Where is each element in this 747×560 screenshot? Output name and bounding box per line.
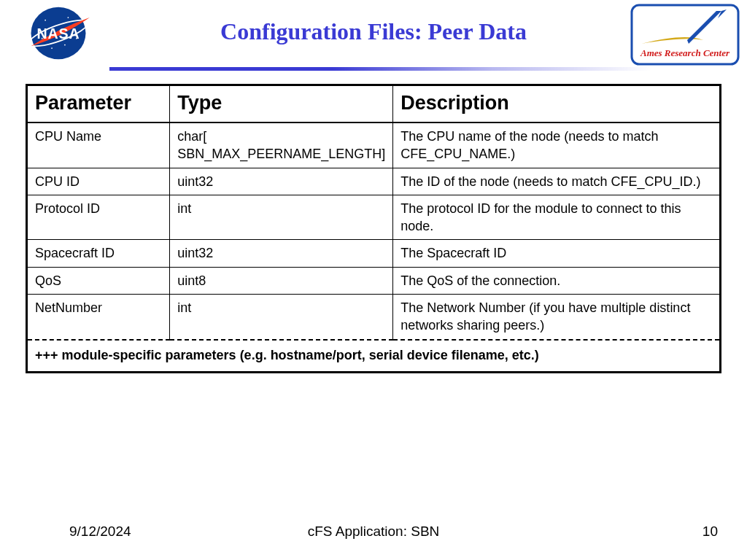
cell-type: char[ SBN_MAX_PEERNAME_LENGTH] [170,122,393,168]
ames-logo-icon: Ames Research Center [630,4,740,66]
table-header-row: Parameter Type Description [27,85,721,123]
svg-point-6 [51,47,53,49]
svg-text:Ames Research Center: Ames Research Center [640,47,730,58]
cell-param: CPU Name [27,122,170,168]
table-row: CPU Name char[ SBN_MAX_PEERNAME_LENGTH] … [27,122,721,168]
cell-desc: The protocol ID for the module to connec… [393,195,721,240]
parameter-table: Parameter Type Description CPU Name char… [26,84,721,373]
footnote-cell: +++ module-specific parameters (e.g. hos… [27,340,721,373]
cell-param: CPU ID [27,168,170,195]
table-body: CPU Name char[ SBN_MAX_PEERNAME_LENGTH] … [27,122,721,372]
header-parameter: Parameter [27,85,170,123]
header: NASA Configuration Files: Peer Data Ames… [0,0,747,73]
cell-desc: The Spacecraft ID [393,240,721,267]
cell-type: uint32 [170,168,393,195]
cell-param: Protocol ID [27,195,170,240]
cell-type: int [170,195,393,240]
cell-type: uint32 [170,240,393,267]
table-row: CPU ID uint32 The ID of the node (needs … [27,168,721,195]
footer: 9/12/2024 cFS Application: SBN 10 [0,518,747,540]
cell-param: NetNumber [27,295,170,340]
cell-type: int [170,295,393,340]
header-divider [109,67,747,71]
cell-desc: The ID of the node (needs to match CFE_C… [393,168,721,195]
cell-desc: The Network Number (if you have multiple… [393,295,721,340]
cell-param: QoS [27,267,170,294]
slide: NASA Configuration Files: Peer Data Ames… [0,0,747,560]
table-row: Protocol ID int The protocol ID for the … [27,195,721,240]
footer-title: cFS Application: SBN [0,524,747,540]
cell-desc: The QoS of the connection. [393,267,721,294]
table-row: Spacecraft ID uint32 The Spacecraft ID [27,240,721,267]
cell-param: Spacecraft ID [27,240,170,267]
table-row: QoS uint8 The QoS of the connection. [27,267,721,294]
header-description: Description [393,85,721,123]
content-area: Parameter Type Description CPU Name char… [26,84,721,373]
cell-desc: The CPU name of the node (needs to match… [393,122,721,168]
header-type: Type [170,85,393,123]
table-row: NetNumber int The Network Number (if you… [27,295,721,340]
table-footnote-row: +++ module-specific parameters (e.g. hos… [27,340,721,373]
cell-type: uint8 [170,267,393,294]
footer-page-number: 10 [703,524,718,540]
